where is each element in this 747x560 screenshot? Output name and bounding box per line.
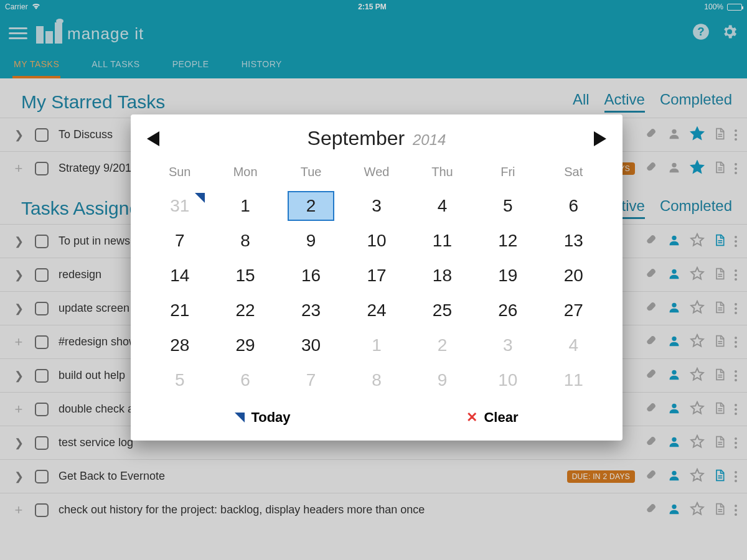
assignee-icon[interactable] (667, 301, 681, 317)
day-cell[interactable]: 25 (410, 296, 475, 325)
day-cell[interactable]: 12 (475, 226, 540, 255)
assignee-icon[interactable] (667, 435, 681, 451)
app-logo[interactable]: manage it (36, 22, 144, 44)
assignee-icon[interactable] (667, 267, 681, 283)
assignee-icon[interactable] (667, 502, 681, 518)
attachment-icon[interactable] (645, 233, 659, 250)
expand-icon[interactable]: ❯ (12, 268, 25, 282)
day-cell[interactable]: 20 (541, 261, 606, 290)
attachment-icon[interactable] (645, 502, 659, 518)
task-checkbox[interactable] (35, 302, 49, 315)
day-cell[interactable]: 27 (541, 296, 606, 325)
attachment-icon[interactable] (645, 435, 659, 451)
task-checkbox[interactable] (35, 436, 49, 450)
task-checkbox[interactable] (35, 162, 49, 175)
task-checkbox[interactable] (35, 235, 49, 248)
more-icon[interactable] (735, 269, 737, 281)
task-row[interactable]: ❯ Get Back to EvernoteDUE: IN 2 DAYS (0, 459, 747, 493)
day-cell[interactable]: 30 (278, 331, 344, 360)
add-subtask-icon[interactable]: + (12, 334, 25, 350)
tab-history[interactable]: HISTORY (240, 52, 283, 78)
day-cell[interactable]: 3 (344, 192, 409, 220)
day-cell[interactable]: 5 (475, 192, 540, 220)
star-icon[interactable] (690, 126, 705, 144)
attachment-icon[interactable] (645, 401, 659, 418)
day-cell[interactable]: 9 (278, 226, 344, 255)
day-cell[interactable]: 8 (212, 226, 278, 255)
clear-button[interactable]: ✕ Clear (466, 409, 518, 426)
tab-all-tasks[interactable]: ALL TASKS (90, 52, 141, 78)
star-icon[interactable] (690, 367, 705, 385)
notes-icon[interactable] (713, 127, 726, 143)
day-cell[interactable]: 10 (475, 366, 540, 394)
help-icon[interactable]: ? (692, 23, 710, 43)
notes-icon[interactable] (713, 161, 726, 177)
filter-completed[interactable]: Completed (660, 91, 732, 113)
day-cell[interactable]: 7 (278, 366, 344, 394)
task-checkbox[interactable] (35, 369, 49, 383)
task-checkbox[interactable] (35, 128, 49, 142)
day-cell[interactable]: 6 (541, 192, 606, 220)
assignee-icon[interactable] (667, 469, 681, 485)
add-subtask-icon[interactable]: + (12, 401, 25, 418)
settings-icon[interactable] (721, 23, 738, 43)
attachment-icon[interactable] (645, 469, 659, 485)
assignee-icon[interactable] (667, 334, 681, 350)
attachment-icon[interactable] (645, 334, 659, 350)
task-checkbox[interactable] (35, 335, 49, 349)
notes-icon[interactable] (713, 435, 726, 451)
expand-icon[interactable]: ❯ (12, 128, 25, 142)
today-button[interactable]: Today (235, 409, 290, 426)
notes-icon[interactable] (713, 401, 726, 418)
day-cell[interactable]: 28 (147, 331, 212, 360)
more-icon[interactable] (735, 303, 737, 314)
notes-icon[interactable] (713, 233, 726, 250)
day-cell[interactable]: 10 (344, 226, 409, 255)
day-cell[interactable]: 15 (212, 261, 278, 290)
day-cell[interactable]: 11 (410, 226, 475, 255)
attachment-icon[interactable] (645, 127, 659, 143)
star-icon[interactable] (690, 300, 705, 317)
star-icon[interactable] (690, 160, 705, 177)
more-icon[interactable] (735, 236, 737, 247)
day-cell[interactable]: 18 (410, 261, 475, 290)
add-subtask-icon[interactable]: + (12, 161, 25, 177)
day-cell[interactable]: 8 (344, 366, 409, 394)
add-subtask-icon[interactable]: + (12, 502, 25, 518)
assignee-icon[interactable] (667, 127, 681, 143)
day-cell[interactable]: 29 (212, 331, 278, 360)
more-icon[interactable] (735, 370, 737, 381)
day-cell[interactable]: 4 (410, 192, 475, 220)
day-cell[interactable]: 7 (147, 226, 212, 255)
day-cell[interactable]: 17 (344, 261, 409, 290)
tab-people[interactable]: PEOPLE (171, 52, 210, 78)
attachment-icon[interactable] (645, 267, 659, 283)
expand-icon[interactable]: ❯ (12, 436, 25, 450)
day-cell[interactable]: 2 (278, 192, 344, 220)
assignee-icon[interactable] (667, 233, 681, 250)
star-icon[interactable] (690, 334, 705, 351)
day-cell[interactable]: 19 (475, 261, 540, 290)
expand-icon[interactable]: ❯ (12, 369, 25, 383)
notes-icon[interactable] (713, 267, 726, 283)
task-checkbox[interactable] (35, 503, 49, 517)
star-icon[interactable] (690, 233, 705, 250)
more-icon[interactable] (735, 163, 737, 174)
day-cell[interactable]: 23 (278, 296, 344, 325)
prev-month-button[interactable] (147, 131, 159, 146)
next-month-button[interactable] (594, 131, 606, 146)
star-icon[interactable] (690, 502, 705, 519)
task-checkbox[interactable] (35, 403, 49, 416)
assignee-icon[interactable] (667, 368, 681, 384)
more-icon[interactable] (735, 337, 737, 348)
notes-icon[interactable] (713, 301, 726, 317)
notes-icon[interactable] (713, 469, 726, 485)
day-cell[interactable]: 9 (410, 366, 475, 394)
day-cell[interactable]: 2 (410, 331, 475, 360)
attachment-icon[interactable] (645, 301, 659, 317)
day-cell[interactable]: 21 (147, 296, 212, 325)
day-cell[interactable]: 4 (541, 331, 606, 360)
day-cell[interactable]: 14 (147, 261, 212, 290)
more-icon[interactable] (735, 129, 737, 141)
day-cell[interactable]: 11 (541, 366, 606, 394)
